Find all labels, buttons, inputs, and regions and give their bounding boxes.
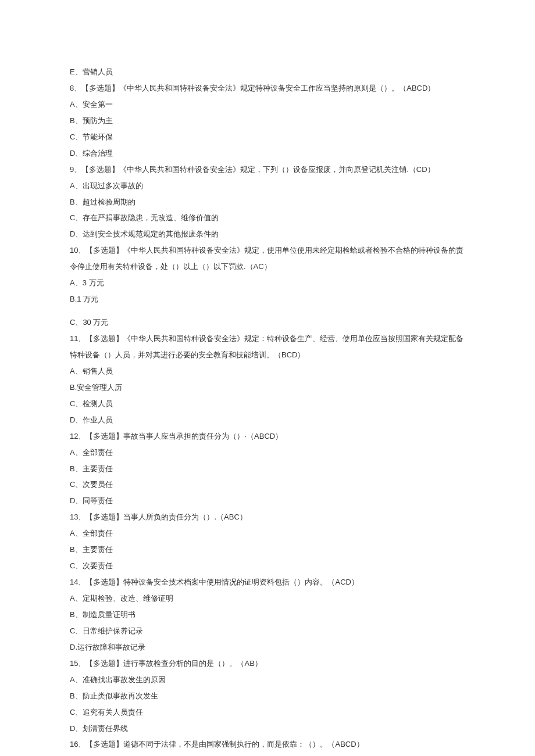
document-line: B、超过检验周期的 (70, 194, 465, 210)
document-line: 13、【多选题】当事人所负的责任分为（）.（ABC） (70, 509, 465, 525)
document-line: C、存在严捐事故隐患，无改造、维修价值的 (70, 210, 465, 226)
document-line: D、作业人员 (70, 412, 465, 428)
document-line: D、划清责任界线 (70, 721, 465, 737)
document-line: B、主要责任 (70, 542, 465, 558)
document-line: A、传统习惯 (70, 753, 465, 756)
document-line: B、主要责任 (70, 461, 465, 477)
document-line: C、节能环保 (70, 129, 465, 145)
document-line: 10、【多选题】《中华人民共和国特种设备安全法》规定，使用单位使用未经定期检蛤或… (70, 242, 465, 275)
document-line: 16、【多选题】道德不同于法律，不是由国家强制执行的，而是依靠：（）。（ABCD… (70, 736, 465, 753)
document-line: A、出现过多次事故的 (70, 178, 465, 194)
document-line: D、达到安全技术规范规定的其他报废条件的 (70, 226, 465, 242)
document-line: C、次要责任 (70, 558, 465, 574)
document-line: D、同等责任 (70, 493, 465, 509)
document-line: E、营销人员 (70, 64, 465, 80)
document-line: B、防止类似事故再次发生 (70, 688, 465, 704)
document-line: C、次要员任 (70, 476, 465, 493)
document-line: B.安全管理人历 (70, 379, 465, 396)
document-line: B.1 万元 (70, 291, 465, 307)
document-line: C、30 万元 (70, 314, 465, 331)
document-line: 11、【多选题】《中华人民共和国特种设备安全法》规定：特种设备生产、经营、使用单… (70, 331, 465, 363)
document-line: C、日常维护保养记录 (70, 623, 465, 639)
document-line: A、全部责任 (70, 525, 465, 542)
document-line: B、制造质量证明书 (70, 607, 465, 623)
document-line: C、追究有关人员责任 (70, 704, 465, 721)
document-line: 14、【多选题】特种设备安全技术档案中使用情况的证明资料包括（）内容。（ACD） (70, 574, 465, 590)
document-line: A、准确找出事故发生的原因 (70, 672, 465, 688)
document-line: A、安全第一 (70, 96, 465, 113)
document-line: C、检测人员 (70, 396, 465, 412)
document-line: A、销售人员 (70, 363, 465, 379)
document-line: D、综合治理 (70, 145, 465, 162)
document-line: 9、【多选题】《中华人民共和国特种设备安全法》规定，下列（）设备应报废，并向原登… (70, 162, 465, 178)
document-line: D.运行故障和事故记录 (70, 639, 465, 655)
document-line: A、定期检验、改造、维修证明 (70, 590, 465, 607)
document-line: 15、【多选题】进行事故检查分析的目的是（）。（AB） (70, 655, 465, 672)
document-line: A、全部责任 (70, 445, 465, 461)
document-line: 12、【多选题】事故当事人应当承担的责任分为（）·（ABCD） (70, 428, 465, 445)
document-line: B、预防为主 (70, 113, 465, 129)
document-line: A、3 万元 (70, 275, 465, 291)
document-line: 8、【多选题】《中华人民共和国特种设备安全法》规定特种设备安全工作应当坚持的原则… (70, 80, 465, 96)
